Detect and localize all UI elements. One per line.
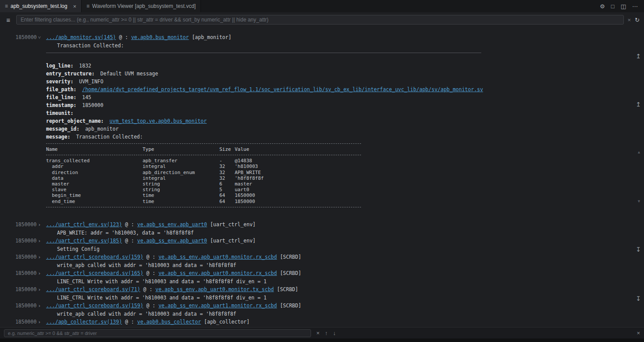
table-row: data integral 32 'h8f8f8f8f bbox=[46, 175, 644, 181]
previous-match-icon[interactable]: ↑ bbox=[325, 330, 328, 336]
at-separator: @ : bbox=[143, 303, 159, 309]
dashed-separator bbox=[46, 155, 361, 155]
entry-expand-toggle[interactable]: 1850000› bbox=[0, 221, 46, 229]
field-value: 145 bbox=[82, 94, 91, 100]
report-object-link[interactable]: ve.apb_ss_env.apb_uart0 bbox=[137, 221, 207, 228]
more-actions-icon[interactable]: ⋯ bbox=[632, 3, 638, 10]
entry-expand-toggle[interactable]: 1850000› bbox=[0, 285, 46, 294]
report-object-link[interactable]: ve.apb_ss_env.apb_uart0.monitor.rx_scbd bbox=[158, 254, 277, 260]
entry-header: .../uart_ctrl_env.sv(185) @ : ve.apb_ss_… bbox=[46, 237, 256, 245]
dashed-separator bbox=[46, 207, 361, 207]
detail-field: timeunit: bbox=[46, 109, 644, 117]
detail-field: file_line:145 bbox=[46, 93, 644, 101]
scroll-marker-top-icon[interactable]: ↥ bbox=[636, 101, 641, 107]
filter-toolbar: ≡ × ↻ bbox=[0, 12, 644, 27]
component-tag-label: [SCRBD] bbox=[274, 286, 298, 292]
gutter-spacer bbox=[0, 42, 46, 50]
filter-menu-icon[interactable]: ≡ bbox=[4, 16, 12, 24]
next-match-icon[interactable]: ↓ bbox=[333, 330, 336, 336]
component-tag-label: [apb_monitor] bbox=[192, 34, 231, 40]
component-tag-label: [uart_ctrl_env] bbox=[207, 238, 256, 244]
cell-name: slave bbox=[46, 187, 143, 192]
field-label: message_id: bbox=[46, 126, 79, 132]
split-editor-icon[interactable]: ◫ bbox=[621, 3, 626, 10]
cell-name: addr bbox=[46, 164, 143, 169]
log-entry-expanded: 1850000˅ .../apb_monitor.sv(145) @ : ve.… bbox=[0, 33, 644, 207]
scroll-marker-up-icon[interactable]: ▲ bbox=[637, 149, 641, 155]
entry-expand-toggle[interactable]: 1850000› bbox=[0, 269, 46, 278]
gutter-spacer bbox=[0, 310, 46, 318]
cell-size: 64 bbox=[219, 199, 235, 204]
chevron-right-icon: › bbox=[38, 287, 41, 292]
field-label: timestamp: bbox=[46, 102, 76, 108]
float-window-icon[interactable]: □ bbox=[611, 3, 615, 10]
at-separator: @ : bbox=[116, 34, 131, 40]
field-label: timeunit: bbox=[46, 110, 73, 116]
detail-fields: log_line:1832 entry_structure:Default UV… bbox=[46, 62, 644, 141]
detail-field: log_line:1832 bbox=[46, 62, 644, 70]
bottom-search-input[interactable] bbox=[4, 329, 311, 337]
entry-message: write_apb called with addr = 'h810003 an… bbox=[57, 310, 236, 318]
log-entry: 1850000› .../uart_ctrl_scoreboard.sv(159… bbox=[0, 302, 644, 318]
cell-name: data bbox=[46, 175, 143, 181]
entry-collapse-toggle[interactable]: 1850000˅ bbox=[0, 33, 46, 42]
close-search-bar-icon[interactable]: × bbox=[637, 330, 640, 336]
scroll-marker-down-icon[interactable]: ▼ bbox=[637, 198, 641, 204]
cell-value: 'h8f8f8f8f bbox=[235, 175, 644, 181]
source-file-link[interactable]: .../uart_ctrl_env.sv(123) bbox=[46, 221, 122, 228]
entry-message: LINE_CTRL Write with addr = 'h810003 and… bbox=[57, 294, 267, 302]
log-file-icon: ≡ bbox=[5, 3, 8, 9]
entry-expand-toggle[interactable]: 1850000› bbox=[0, 302, 46, 310]
cell-type: string bbox=[143, 181, 219, 187]
entry-timestamp: 1850000 bbox=[15, 34, 36, 40]
gutter-spacer bbox=[0, 278, 46, 285]
log-entry: 1850000› .../uart_ctrl_env.sv(185) @ : v… bbox=[0, 237, 644, 253]
source-file-link[interactable]: .../apb_monitor.sv(145) bbox=[46, 34, 116, 40]
field-label: message: bbox=[46, 134, 70, 140]
editor-tab[interactable]: ≡ Waveform Viewer [apb_subsystem_test.vc… bbox=[82, 0, 201, 12]
report-object-link[interactable]: ve.apb_ss_env.apb_uart1.monitor.rx_scbd bbox=[158, 303, 277, 309]
report-object-link[interactable]: ve.apb_ss_env.apb_uart0.monitor.rx_scbd bbox=[158, 270, 277, 276]
scroll-marker-bottom-icon[interactable]: ↧ bbox=[636, 296, 641, 302]
entry-expand-toggle[interactable]: 1850000› bbox=[0, 237, 46, 245]
gutter-spacer bbox=[0, 229, 46, 237]
report-object-link[interactable]: ve.apb_ss_env.apb_uart0 bbox=[137, 238, 207, 244]
at-separator: @ : bbox=[143, 254, 159, 260]
entry-expand-toggle[interactable]: 1850000› bbox=[0, 318, 46, 326]
entry-header: .../apb_collector.sv(139) @ : ve.apb0.bu… bbox=[46, 318, 250, 326]
tab-label: apb_subsystem_test.log bbox=[11, 3, 67, 9]
scroll-marker-bottom-icon[interactable]: ↧ bbox=[636, 246, 641, 253]
field-value-link[interactable]: uvm_test_top.ve.apb0.bus_monitor bbox=[110, 118, 207, 124]
cell-value: uart0 bbox=[235, 187, 644, 192]
close-tab-icon[interactable]: × bbox=[73, 3, 76, 10]
source-file-link[interactable]: .../uart_ctrl_scoreboard.sv(159) bbox=[46, 303, 143, 309]
source-file-link[interactable]: .../uart_ctrl_env.sv(185) bbox=[46, 238, 122, 244]
entry-expand-toggle[interactable]: 1850000› bbox=[0, 253, 46, 261]
log-entry: 1850000› .../uart_ctrl_scoreboard.sv(159… bbox=[0, 253, 644, 269]
at-separator: @ : bbox=[143, 270, 159, 276]
chevron-right-icon: › bbox=[38, 254, 41, 260]
refresh-icon[interactable]: ↻ bbox=[635, 17, 640, 23]
report-object-link[interactable]: ve.apb0.bus_monitor bbox=[131, 34, 189, 40]
report-object-link[interactable]: ve.apb0.bus_collector bbox=[137, 319, 201, 325]
settings-gear-icon[interactable]: ⚙ bbox=[600, 3, 605, 10]
clear-search-icon[interactable]: × bbox=[316, 330, 320, 336]
log-entry: 1850000› .../uart_ctrl_scoreboard.sv(71)… bbox=[0, 285, 644, 302]
filter-input[interactable] bbox=[16, 15, 624, 25]
clear-filter-icon[interactable]: × bbox=[628, 17, 631, 23]
scroll-marker-top-icon[interactable]: ↥ bbox=[636, 53, 641, 59]
entry-message-line: LINE_CTRL Write with addr = 'h810003 and… bbox=[0, 294, 644, 302]
source-file-link[interactable]: .../apb_collector.sv(139) bbox=[46, 319, 122, 325]
report-object-link[interactable]: ve.apb_ss_env.apb_uart0.monitor.tx_scbd bbox=[155, 286, 274, 292]
entry-header-line: 1850000› .../apb_collector.sv(139) @ : v… bbox=[0, 318, 644, 326]
cell-name: trans_collected bbox=[46, 158, 143, 164]
field-value-link[interactable]: /home/amiq/dvt_predefined_projects_targe… bbox=[82, 86, 483, 93]
tabbar-actions: ⚙ □ ◫ ⋯ bbox=[600, 0, 644, 12]
source-file-link[interactable]: .../uart_ctrl_scoreboard.sv(165) bbox=[46, 270, 143, 276]
table-row: addr integral 32 'h810003 bbox=[46, 164, 644, 169]
editor-tab[interactable]: ≡ apb_subsystem_test.log × bbox=[0, 0, 82, 12]
detail-field: message:Transaction Collected: bbox=[46, 133, 644, 141]
field-label: log_line: bbox=[46, 63, 73, 69]
source-file-link[interactable]: .../uart_ctrl_scoreboard.sv(159) bbox=[46, 254, 143, 260]
source-file-link[interactable]: .../uart_ctrl_scoreboard.sv(71) bbox=[46, 286, 140, 292]
